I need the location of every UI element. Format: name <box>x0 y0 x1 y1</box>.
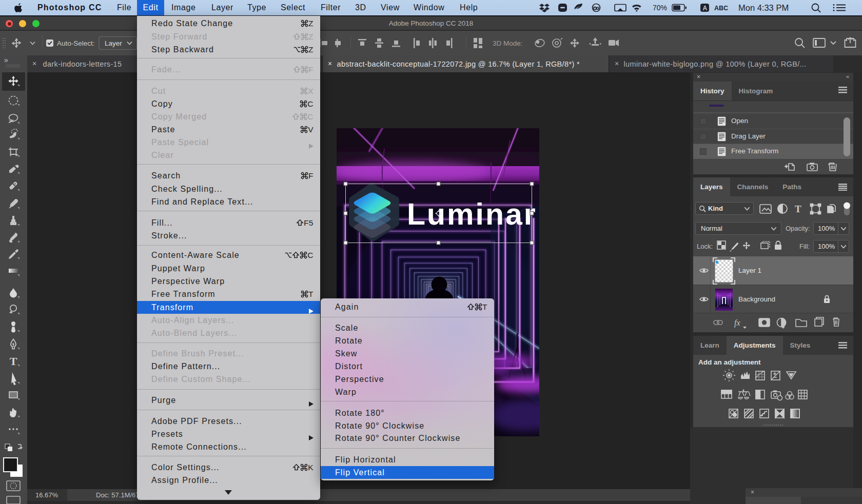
svg-text:ABC: ABC <box>714 5 728 12</box>
svg-text:Layer: Layer <box>105 39 122 47</box>
svg-text:3D Mode:: 3D Mode: <box>493 39 523 47</box>
svg-text:T: T <box>795 204 801 214</box>
svg-text:Mon 4:33 PM: Mon 4:33 PM <box>738 3 789 12</box>
svg-text:T: T <box>10 355 17 368</box>
svg-text:70%: 70% <box>653 4 667 12</box>
svg-text:fx: fx <box>734 318 740 328</box>
svg-text:A: A <box>703 5 708 12</box>
svg-text:Auto-Select:: Auto-Select: <box>57 39 95 47</box>
